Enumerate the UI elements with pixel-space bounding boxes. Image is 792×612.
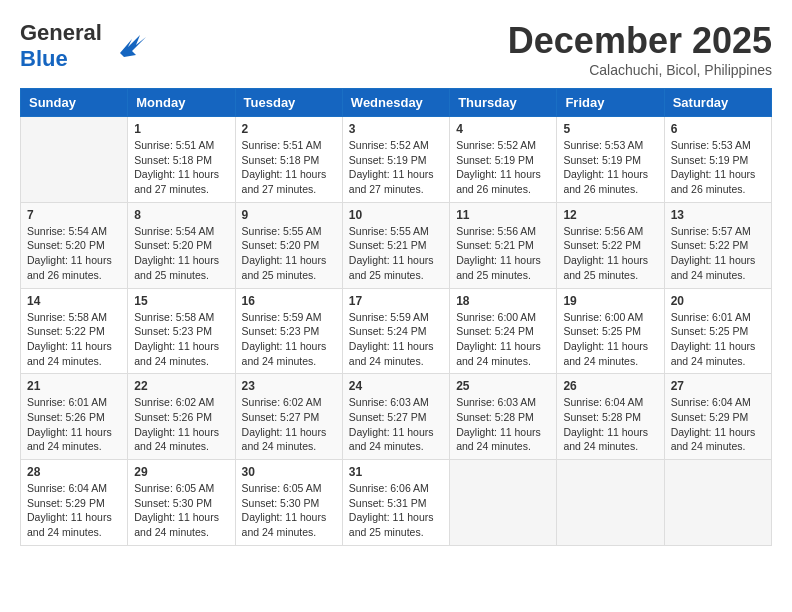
calendar-cell: 7Sunrise: 5:54 AM Sunset: 5:20 PM Daylig… [21,202,128,288]
day-number: 20 [671,294,765,308]
day-info: Sunrise: 6:03 AM Sunset: 5:28 PM Dayligh… [456,395,550,454]
weekday-header: Saturday [664,89,771,117]
day-number: 14 [27,294,121,308]
day-number: 10 [349,208,443,222]
calendar-cell: 25Sunrise: 6:03 AM Sunset: 5:28 PM Dayli… [450,374,557,460]
day-number: 18 [456,294,550,308]
calendar-cell: 1Sunrise: 5:51 AM Sunset: 5:18 PM Daylig… [128,117,235,203]
calendar-cell: 4Sunrise: 5:52 AM Sunset: 5:19 PM Daylig… [450,117,557,203]
calendar-cell: 26Sunrise: 6:04 AM Sunset: 5:28 PM Dayli… [557,374,664,460]
calendar-cell: 29Sunrise: 6:05 AM Sunset: 5:30 PM Dayli… [128,460,235,546]
day-number: 15 [134,294,228,308]
day-number: 23 [242,379,336,393]
day-info: Sunrise: 6:01 AM Sunset: 5:26 PM Dayligh… [27,395,121,454]
day-number: 3 [349,122,443,136]
day-number: 25 [456,379,550,393]
calendar-cell: 14Sunrise: 5:58 AM Sunset: 5:22 PM Dayli… [21,288,128,374]
month-title: December 2025 [508,20,772,62]
day-info: Sunrise: 5:53 AM Sunset: 5:19 PM Dayligh… [671,138,765,197]
day-number: 26 [563,379,657,393]
day-number: 5 [563,122,657,136]
day-number: 1 [134,122,228,136]
day-info: Sunrise: 5:51 AM Sunset: 5:18 PM Dayligh… [134,138,228,197]
day-number: 11 [456,208,550,222]
calendar-cell [21,117,128,203]
day-number: 2 [242,122,336,136]
calendar-week-row: 28Sunrise: 6:04 AM Sunset: 5:29 PM Dayli… [21,460,772,546]
weekday-header: Monday [128,89,235,117]
day-info: Sunrise: 5:59 AM Sunset: 5:24 PM Dayligh… [349,310,443,369]
day-number: 27 [671,379,765,393]
calendar-cell: 9Sunrise: 5:55 AM Sunset: 5:20 PM Daylig… [235,202,342,288]
day-number: 13 [671,208,765,222]
calendar-cell: 16Sunrise: 5:59 AM Sunset: 5:23 PM Dayli… [235,288,342,374]
calendar-cell: 27Sunrise: 6:04 AM Sunset: 5:29 PM Dayli… [664,374,771,460]
day-info: Sunrise: 5:57 AM Sunset: 5:22 PM Dayligh… [671,224,765,283]
location: Calachuchi, Bicol, Philippines [508,62,772,78]
calendar-cell: 20Sunrise: 6:01 AM Sunset: 5:25 PM Dayli… [664,288,771,374]
logo-bird-icon [110,25,148,67]
day-info: Sunrise: 6:04 AM Sunset: 5:29 PM Dayligh… [27,481,121,540]
day-number: 29 [134,465,228,479]
logo: General Blue [20,20,148,73]
day-info: Sunrise: 6:06 AM Sunset: 5:31 PM Dayligh… [349,481,443,540]
calendar-cell: 2Sunrise: 5:51 AM Sunset: 5:18 PM Daylig… [235,117,342,203]
day-info: Sunrise: 5:56 AM Sunset: 5:22 PM Dayligh… [563,224,657,283]
day-info: Sunrise: 6:05 AM Sunset: 5:30 PM Dayligh… [242,481,336,540]
calendar-cell: 12Sunrise: 5:56 AM Sunset: 5:22 PM Dayli… [557,202,664,288]
day-info: Sunrise: 5:51 AM Sunset: 5:18 PM Dayligh… [242,138,336,197]
day-number: 22 [134,379,228,393]
day-number: 19 [563,294,657,308]
calendar-cell: 24Sunrise: 6:03 AM Sunset: 5:27 PM Dayli… [342,374,449,460]
day-info: Sunrise: 5:58 AM Sunset: 5:23 PM Dayligh… [134,310,228,369]
calendar-week-row: 14Sunrise: 5:58 AM Sunset: 5:22 PM Dayli… [21,288,772,374]
calendar-cell: 8Sunrise: 5:54 AM Sunset: 5:20 PM Daylig… [128,202,235,288]
day-info: Sunrise: 6:05 AM Sunset: 5:30 PM Dayligh… [134,481,228,540]
day-number: 16 [242,294,336,308]
calendar-cell: 23Sunrise: 6:02 AM Sunset: 5:27 PM Dayli… [235,374,342,460]
calendar-cell [557,460,664,546]
calendar-cell: 19Sunrise: 6:00 AM Sunset: 5:25 PM Dayli… [557,288,664,374]
calendar-cell: 10Sunrise: 5:55 AM Sunset: 5:21 PM Dayli… [342,202,449,288]
calendar-cell: 21Sunrise: 6:01 AM Sunset: 5:26 PM Dayli… [21,374,128,460]
day-number: 24 [349,379,443,393]
day-number: 21 [27,379,121,393]
calendar-cell: 31Sunrise: 6:06 AM Sunset: 5:31 PM Dayli… [342,460,449,546]
calendar-cell: 22Sunrise: 6:02 AM Sunset: 5:26 PM Dayli… [128,374,235,460]
day-number: 6 [671,122,765,136]
calendar-week-row: 21Sunrise: 6:01 AM Sunset: 5:26 PM Dayli… [21,374,772,460]
svg-marker-0 [120,35,146,57]
day-number: 8 [134,208,228,222]
day-info: Sunrise: 5:55 AM Sunset: 5:21 PM Dayligh… [349,224,443,283]
day-number: 4 [456,122,550,136]
day-info: Sunrise: 5:54 AM Sunset: 5:20 PM Dayligh… [134,224,228,283]
calendar-cell: 18Sunrise: 6:00 AM Sunset: 5:24 PM Dayli… [450,288,557,374]
day-info: Sunrise: 5:54 AM Sunset: 5:20 PM Dayligh… [27,224,121,283]
calendar-cell: 3Sunrise: 5:52 AM Sunset: 5:19 PM Daylig… [342,117,449,203]
day-number: 17 [349,294,443,308]
logo-blue: Blue [20,46,68,71]
weekday-header: Tuesday [235,89,342,117]
calendar-week-row: 7Sunrise: 5:54 AM Sunset: 5:20 PM Daylig… [21,202,772,288]
logo-general: General [20,20,102,45]
day-info: Sunrise: 5:58 AM Sunset: 5:22 PM Dayligh… [27,310,121,369]
day-info: Sunrise: 5:53 AM Sunset: 5:19 PM Dayligh… [563,138,657,197]
calendar-header-row: SundayMondayTuesdayWednesdayThursdayFrid… [21,89,772,117]
day-info: Sunrise: 6:00 AM Sunset: 5:25 PM Dayligh… [563,310,657,369]
day-info: Sunrise: 6:02 AM Sunset: 5:27 PM Dayligh… [242,395,336,454]
day-number: 31 [349,465,443,479]
day-info: Sunrise: 5:52 AM Sunset: 5:19 PM Dayligh… [349,138,443,197]
day-info: Sunrise: 5:52 AM Sunset: 5:19 PM Dayligh… [456,138,550,197]
day-info: Sunrise: 5:59 AM Sunset: 5:23 PM Dayligh… [242,310,336,369]
calendar-cell [664,460,771,546]
calendar-cell: 15Sunrise: 5:58 AM Sunset: 5:23 PM Dayli… [128,288,235,374]
calendar-cell: 11Sunrise: 5:56 AM Sunset: 5:21 PM Dayli… [450,202,557,288]
calendar-cell: 28Sunrise: 6:04 AM Sunset: 5:29 PM Dayli… [21,460,128,546]
calendar-table: SundayMondayTuesdayWednesdayThursdayFrid… [20,88,772,546]
day-number: 9 [242,208,336,222]
calendar-cell [450,460,557,546]
calendar-cell: 5Sunrise: 5:53 AM Sunset: 5:19 PM Daylig… [557,117,664,203]
weekday-header: Sunday [21,89,128,117]
weekday-header: Friday [557,89,664,117]
calendar-week-row: 1Sunrise: 5:51 AM Sunset: 5:18 PM Daylig… [21,117,772,203]
